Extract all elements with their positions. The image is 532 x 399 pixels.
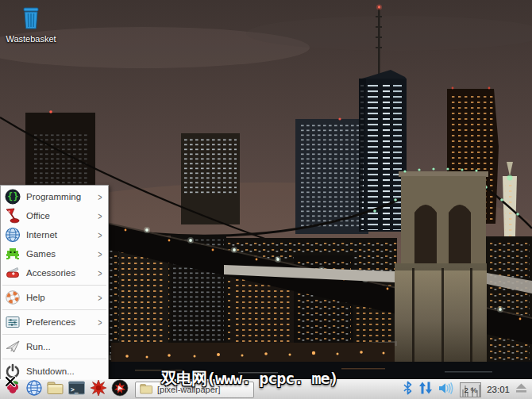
menu-item-help[interactable]: Help > [1,288,108,307]
submenu-arrow-icon: > [98,317,102,328]
terminal-icon: >_ [67,379,86,399]
watermark-text: 双电网(www. pcpc. me) [161,368,338,389]
eject-icon[interactable] [515,382,527,397]
folder-icon [140,383,153,397]
system-tray: 2 % 23:01 [403,381,530,398]
menu-item-label: Games [26,249,56,259]
submenu-arrow-icon: > [98,229,102,240]
raspberry-menu-icon [4,379,21,399]
internet-icon [5,227,21,243]
wastebasket-icon [18,6,44,33]
wolfram-launcher[interactable] [110,381,129,399]
run-icon [5,339,21,355]
menu-item-label: Run... [26,342,51,351]
mathematica-launcher[interactable] [88,381,108,399]
menu-separator [2,359,106,359]
programming-icon: { } [5,189,21,205]
menu-item-games[interactable]: Games > [1,244,108,263]
file-manager-launcher[interactable] [45,381,65,399]
menu-item-label: Accessories [26,268,75,278]
submenu-arrow-icon: > [98,248,102,259]
menu-separator [2,285,106,286]
mathematica-star-icon [90,379,107,399]
menu-item-accessories[interactable]: Accessories > [1,263,108,282]
menu-item-label: Office [26,211,50,221]
wolfram-icon [111,379,129,399]
menu-item-label: Internet [26,230,57,240]
office-icon [5,208,21,224]
submenu-arrow-icon: > [98,210,102,221]
menu-item-preferences[interactable]: Preferences > [1,313,108,332]
submenu-arrow-icon: > [98,267,102,278]
shutdown-icon [5,363,21,379]
svg-text:>_: >_ [71,386,79,393]
web-browser-launcher[interactable] [24,381,44,399]
games-icon [5,246,21,262]
menu-item-programming[interactable]: { } Programming > [1,187,108,206]
accessories-icon [5,265,21,281]
menu-item-internet[interactable]: Internet > [1,225,108,244]
menu-button[interactable] [2,381,22,399]
terminal-launcher[interactable]: >_ [67,381,87,399]
application-menu: { } Programming > Office > [0,185,109,383]
clock[interactable]: 23:01 [487,385,510,394]
menu-item-office[interactable]: Office > [1,206,108,225]
preferences-icon [5,314,21,330]
wastebasket-desktop-icon[interactable]: Wastebasket [5,6,57,44]
network-arrows-icon[interactable] [418,381,433,398]
menu-item-label: Help [26,293,45,302]
cpu-monitor[interactable]: 2 % [460,382,481,397]
menu-item-run[interactable]: Run... [1,337,108,356]
menu-item-shutdown[interactable]: Shutdown... [1,362,108,381]
menu-item-label: Programming [26,192,81,201]
svg-text:}: } [13,191,18,202]
submenu-arrow-icon: > [98,191,102,202]
volume-icon[interactable] [438,382,454,398]
svg-text:{: { [7,191,13,202]
folder-icon [46,379,64,399]
menu-separator [2,309,106,310]
menu-separator [2,334,106,335]
menu-item-label: Preferences [26,317,75,327]
cpu-percent-label: 2 % [465,386,477,394]
menu-item-label: Shutdown... [26,366,75,376]
bluetooth-icon[interactable] [403,381,413,398]
submenu-arrow-icon: > [98,292,102,303]
globe-browser-icon [25,379,43,399]
wastebasket-label: Wastebasket [6,34,56,44]
help-icon [5,290,21,305]
